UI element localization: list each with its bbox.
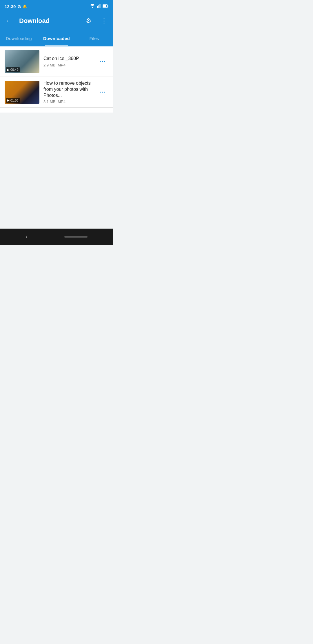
tab-files[interactable]: Files	[75, 31, 113, 46]
svg-rect-6	[108, 6, 108, 7]
video-title-1: Cat on ice._360P	[43, 56, 93, 62]
list-item[interactable]: ▶ 00:49 Cat on ice._360P 2.9 MB MP4 ···	[0, 46, 113, 77]
signal-icon	[97, 4, 101, 9]
notification-icon: 🔔	[23, 4, 27, 8]
nav-bar: ‹	[0, 229, 113, 245]
nav-back-button[interactable]: ‹	[26, 233, 28, 240]
video-meta-1: 2.9 MB MP4	[43, 63, 93, 67]
svg-rect-1	[97, 6, 98, 8]
video-info-1: Cat on ice._360P 2.9 MB MP4	[43, 56, 93, 67]
wifi-icon	[90, 4, 95, 9]
status-time: 12:39	[5, 4, 16, 9]
video-format-1: MP4	[58, 63, 65, 67]
more-options-1[interactable]: ···	[97, 56, 108, 67]
more-options-2[interactable]: ···	[97, 86, 108, 98]
list-item[interactable]: ▶ 01:56 How to remove objects from your …	[0, 77, 113, 108]
video-duration-2: ▶ 01:56	[6, 98, 20, 103]
back-button[interactable]: ←	[3, 15, 14, 27]
content-area: ▶ 00:49 Cat on ice._360P 2.9 MB MP4 ··· …	[0, 46, 113, 113]
svg-rect-2	[98, 5, 99, 8]
svg-rect-3	[99, 4, 100, 8]
play-icon-2: ▶	[7, 99, 10, 102]
page-title: Download	[19, 17, 79, 25]
google-icon: G	[17, 4, 21, 9]
video-size-2: 8.1 MB	[43, 100, 55, 104]
video-duration-1: ▶ 00:49	[6, 67, 20, 72]
svg-rect-7	[103, 5, 106, 7]
settings-button[interactable]: ⚙	[83, 15, 94, 27]
more-options-button[interactable]: ⋮	[99, 15, 110, 27]
svg-point-0	[92, 7, 93, 8]
video-thumbnail-1: ▶ 00:49	[5, 50, 39, 73]
video-info-2: How to remove objects from your photos w…	[43, 80, 93, 104]
status-bar: 12:39 G 🔔	[0, 0, 113, 12]
nav-home-pill[interactable]	[64, 236, 88, 238]
tabs-bar: Downloading Downloaded Files	[0, 30, 113, 46]
app-bar: ← Download ⚙ ⋮	[0, 12, 113, 30]
video-format-2: MP4	[58, 100, 65, 104]
video-meta-2: 8.1 MB MP4	[43, 100, 93, 104]
tab-downloaded[interactable]: Downloaded	[38, 31, 75, 46]
play-icon: ▶	[7, 68, 10, 71]
tab-downloading[interactable]: Downloading	[0, 31, 38, 46]
svg-rect-4	[100, 4, 101, 8]
battery-icon	[103, 4, 108, 9]
video-size-1: 2.9 MB	[43, 63, 55, 67]
video-title-2: How to remove objects from your photos w…	[43, 80, 93, 98]
empty-area	[0, 113, 113, 229]
video-thumbnail-2: ▶ 01:56	[5, 81, 39, 104]
